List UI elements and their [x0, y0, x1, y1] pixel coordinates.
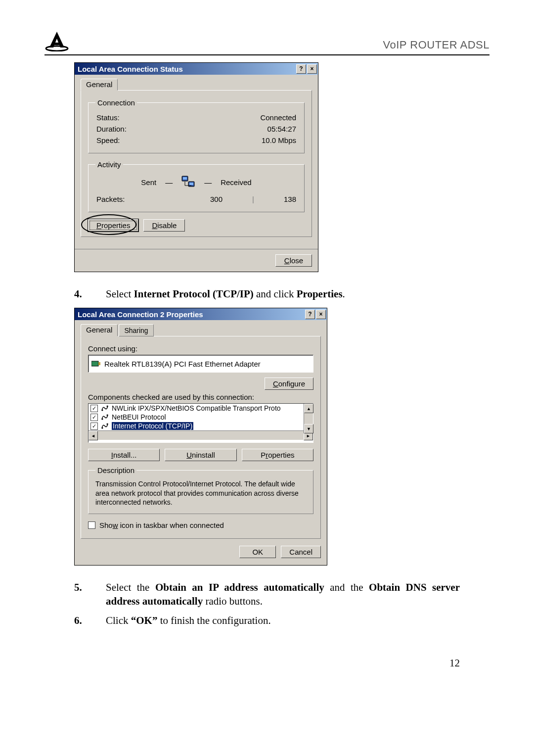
received-label: Received	[221, 178, 252, 187]
description-legend: Description	[95, 466, 136, 474]
description-text: Transmission Control Protocol/Internet P…	[95, 479, 306, 507]
checkbox-icon[interactable]: ✓	[90, 423, 98, 430]
svg-rect-8	[98, 362, 100, 365]
svg-rect-7	[91, 361, 98, 366]
speed-value: 10.0 Mbps	[262, 136, 296, 144]
nic-icon	[91, 360, 100, 367]
connect-using-label: Connect using:	[88, 344, 313, 353]
step-number: 4.	[74, 287, 86, 301]
svg-point-10	[107, 406, 108, 407]
step-4: 4. Select Internet Protocol (TCP/IP) and…	[74, 287, 490, 301]
status-label: Status:	[96, 113, 120, 122]
step-6: 6. Click “OK” to finish the configuratio…	[74, 614, 490, 627]
packets-label: Packets:	[96, 195, 125, 203]
list-item-label: Internet Protocol (TCP/IP)	[112, 422, 193, 430]
list-item-label: NWLink IPX/SPX/NetBIOS Compatible Transp…	[112, 404, 281, 412]
components-label: Components checked are used by this conn…	[88, 393, 313, 401]
horizontal-scrollbar[interactable]: ◄ ►	[89, 430, 313, 440]
tab-general[interactable]: General	[81, 79, 118, 91]
list-item-label: NetBEUI Protocol	[112, 413, 166, 421]
svg-point-13	[102, 427, 103, 429]
scroll-down-icon[interactable]: ▼	[304, 424, 313, 433]
window-title: Local Area Connection Status	[78, 65, 183, 73]
uninstall-button[interactable]: Uninstall	[165, 449, 236, 461]
list-item[interactable]: ✓ NetBEUI Protocol	[89, 413, 313, 422]
help-icon[interactable]: ?	[305, 310, 315, 319]
tab-sharing[interactable]: Sharing	[119, 324, 153, 336]
close-button[interactable]: Close	[275, 254, 312, 267]
disable-button[interactable]: Disable	[143, 219, 185, 232]
checkbox-icon[interactable]: ✓	[90, 414, 98, 421]
tab-general[interactable]: General	[81, 324, 118, 336]
show-icon-label: Show icon in taskbar when connected	[99, 521, 224, 529]
header-rule	[44, 54, 490, 55]
install-button[interactable]: Install...	[88, 449, 160, 461]
svg-point-0	[46, 46, 68, 51]
svg-rect-1	[54, 43, 59, 45]
step-number: 6.	[74, 614, 86, 627]
list-item[interactable]: ✓ Internet Protocol (TCP/IP)	[89, 422, 313, 430]
vertical-scrollbar[interactable]: ▲ ▼	[304, 404, 313, 433]
svg-point-12	[107, 415, 108, 416]
list-item[interactable]: ✓ NWLink IPX/SPX/NetBIOS Compatible Tran…	[89, 404, 313, 413]
connection-status-window: Local Area Connection Status ? × General…	[74, 62, 318, 272]
packets-received: 138	[284, 195, 296, 203]
packets-sent: 300	[210, 195, 222, 203]
protocol-icon	[101, 414, 109, 421]
duration-value: 05:54:27	[267, 125, 296, 133]
step-number: 5.	[74, 580, 86, 609]
svg-point-11	[102, 419, 103, 420]
close-icon[interactable]: ×	[316, 310, 326, 319]
svg-point-6	[82, 215, 136, 235]
header-title: VoIP ROUTER ADSL	[383, 39, 490, 51]
speed-label: Speed:	[96, 136, 120, 144]
sent-label: Sent	[141, 178, 156, 187]
annotation-ellipse-icon	[79, 212, 143, 237]
connection-legend: Connection	[95, 98, 137, 107]
activity-group: Activity Sent — — Received	[88, 160, 305, 212]
connection-group: Connection Status: Connected Duration: 0…	[88, 98, 305, 153]
activity-legend: Activity	[95, 160, 123, 169]
adapter-name: Realtek RTL8139(A) PCI Fast Ethernet Ada…	[104, 360, 261, 368]
close-icon[interactable]: ×	[307, 64, 317, 74]
titlebar[interactable]: Local Area Connection 2 Properties ? ×	[75, 308, 327, 320]
step-5: 5. Select the Obtain an IP address autom…	[74, 580, 490, 609]
titlebar[interactable]: Local Area Connection Status ? ×	[75, 63, 318, 75]
network-activity-icon	[181, 176, 195, 189]
svg-point-9	[102, 410, 103, 411]
checkbox-icon[interactable]: ✓	[90, 405, 98, 412]
status-value: Connected	[260, 113, 296, 122]
configure-button[interactable]: Configure	[265, 378, 313, 390]
svg-point-14	[107, 424, 108, 425]
scroll-up-icon[interactable]: ▲	[304, 404, 313, 413]
properties-button[interactable]: Properties	[242, 449, 313, 461]
svg-rect-3	[183, 177, 187, 180]
ok-button[interactable]: OK	[239, 546, 276, 558]
svg-rect-5	[189, 183, 193, 185]
description-group: Description Transmission Control Protoco…	[88, 466, 313, 514]
window-title: Local Area Connection 2 Properties	[78, 310, 203, 319]
scroll-left-icon[interactable]: ◄	[89, 431, 98, 440]
protocol-icon	[101, 423, 109, 429]
connection-properties-window: Local Area Connection 2 Properties ? × G…	[74, 308, 327, 566]
protocol-icon	[101, 405, 109, 412]
help-icon[interactable]: ?	[296, 64, 306, 74]
cancel-button[interactable]: Cancel	[281, 546, 321, 558]
checkbox-icon[interactable]	[88, 521, 95, 529]
duration-label: Duration:	[96, 125, 127, 133]
logo-icon	[44, 30, 69, 51]
page-number: 12	[44, 657, 460, 669]
